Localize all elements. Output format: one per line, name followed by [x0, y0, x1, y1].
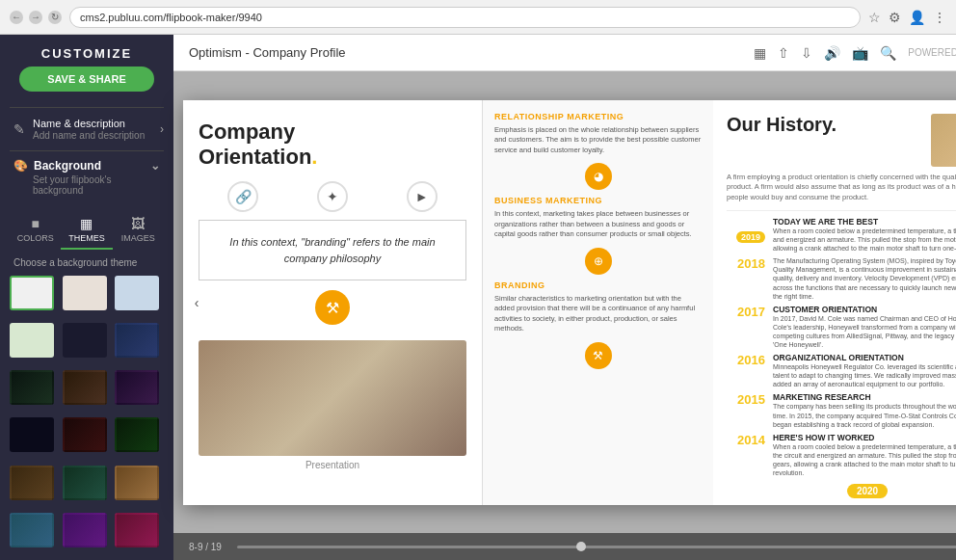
theme-item[interactable]: [63, 513, 107, 547]
middle-section-2: BUSINESS MARKETING In this context, mark…: [494, 196, 702, 275]
sidebar-header: CUSTOMIZE SAVE & SHARE: [0, 35, 173, 107]
left-page-quote: In this context, "branding" refers to th…: [199, 220, 466, 280]
flipbook: Company Orientation. 🔗 ✦ ► In this conte…: [183, 100, 956, 505]
account-icon[interactable]: 👤: [909, 10, 925, 25]
sidebar-name-text: Name & description Add name and descript…: [33, 118, 145, 141]
grid-icon[interactable]: ▦: [754, 45, 766, 61]
page-label: Presentation: [199, 460, 466, 470]
tab-themes[interactable]: ▦ THEMES: [61, 211, 112, 250]
page-slider[interactable]: [237, 546, 956, 548]
right-page-intro: A firm employing a product orientation i…: [727, 173, 956, 203]
prev-arrow[interactable]: ‹: [183, 289, 210, 316]
powered-by-text: POWERED BY: [908, 47, 956, 58]
circle-icon-3: ⚒: [585, 342, 612, 369]
icons-row: 🔗 ✦ ►: [199, 181, 466, 212]
footer-bar: 8-9 / 19 ⧉: [173, 533, 956, 560]
content-header: Optimism - Company Profile ▦ ⇧ ⇩ 🔊 📺 🔍 P…: [173, 35, 956, 71]
download-icon[interactable]: ⇩: [801, 45, 812, 61]
title-dot: .: [311, 145, 317, 169]
theme-item[interactable]: [63, 276, 107, 310]
chevron-right-icon: ›: [160, 122, 164, 136]
screen-icon[interactable]: 📺: [852, 45, 868, 61]
wrench-icon: ⚒: [315, 290, 350, 325]
timeline-2016: 2016 ORGANIZATIONAL ORIENTATION Minneapo…: [727, 353, 956, 388]
paint-icon: 🎨: [13, 159, 28, 173]
content-area: Optimism - Company Profile ▦ ⇧ ⇩ 🔊 📺 🔍 P…: [173, 35, 956, 560]
url-text: cms2.publuu.com/flipbook-maker/9940: [80, 12, 262, 23]
table-chair-image: [199, 340, 466, 456]
browser-chrome: ← → ↻ cms2.publuu.com/flipbook-maker/994…: [0, 0, 956, 35]
menu-icon[interactable]: ⋮: [933, 10, 946, 25]
year-2020-badge: 2020: [727, 481, 956, 498]
theme-item[interactable]: [115, 417, 159, 452]
right-page: Our History. A firm employing a product …: [713, 100, 956, 505]
icon-chain: 🔗: [227, 181, 258, 212]
sidebar: CUSTOMIZE SAVE & SHARE ✎ Name & descript…: [0, 35, 173, 560]
right-thumb-image: [931, 114, 956, 167]
theme-item[interactable]: [115, 276, 159, 310]
background-tabs: ■ COLORS ▦ THEMES 🖼 IMAGES: [10, 211, 164, 250]
middle-page: RELATIONSHIP MARKETING Emphasis is place…: [482, 100, 713, 505]
sound-icon[interactable]: 🔊: [824, 45, 840, 61]
left-page-title: Company Orientation.: [199, 120, 466, 171]
theme-item[interactable]: [63, 323, 107, 358]
left-page: Company Orientation. 🔗 ✦ ► In this conte…: [183, 100, 482, 505]
icon-play: ►: [407, 181, 438, 212]
powered-by: POWERED BY publuu: [908, 46, 956, 60]
year-badge: 2019: [736, 231, 765, 243]
colors-icon: ■: [12, 216, 59, 231]
main-layout: CUSTOMIZE SAVE & SHARE ✎ Name & descript…: [0, 35, 956, 560]
page-counter: 8-9 / 19: [189, 542, 222, 552]
theme-item[interactable]: [10, 466, 54, 500]
bookmark-icon[interactable]: ☆: [868, 10, 881, 25]
right-page-header: Our History.: [727, 114, 956, 167]
circle-icon-1: ◕: [585, 163, 612, 190]
timeline-2018: 2018 The Manufacturing Operating System …: [727, 256, 956, 300]
chevron-down-icon: ⌄: [150, 159, 160, 173]
page-image: [199, 340, 466, 456]
url-bar[interactable]: cms2.publuu.com/flipbook-maker/9940: [69, 7, 861, 28]
theme-item[interactable]: [10, 513, 54, 547]
theme-item[interactable]: [115, 513, 159, 547]
timeline: 2019 TODAY WE ARE THE BEST When a room c…: [727, 210, 956, 498]
browser-actions: ☆ ⚙ 👤 ⋮: [868, 10, 946, 25]
middle-section-3: BRANDING Similar characteristics to mark…: [494, 280, 702, 369]
theme-item[interactable]: [115, 466, 159, 500]
theme-item[interactable]: [10, 323, 54, 358]
slider-thumb: [576, 542, 586, 551]
theme-item[interactable]: [115, 370, 159, 405]
timeline-header: 2019 TODAY WE ARE THE BEST When a room c…: [727, 217, 956, 253]
theme-grid: [0, 272, 173, 560]
theme-item[interactable]: [10, 370, 54, 405]
zoom-icon[interactable]: 🔍: [880, 45, 896, 61]
sidebar-background-section[interactable]: 🎨 Background ⌄ Set your flipbook's backg…: [0, 151, 173, 203]
tab-images[interactable]: 🖼 IMAGES: [113, 211, 164, 250]
extension-icon[interactable]: ⚙: [889, 10, 901, 25]
tab-colors[interactable]: ■ COLORS: [10, 211, 61, 250]
refresh-button[interactable]: ↻: [48, 11, 62, 24]
images-icon: 🖼: [115, 216, 162, 231]
save-share-button[interactable]: SAVE & SHARE: [19, 67, 154, 92]
pencil-icon: ✎: [13, 121, 25, 137]
timeline-2015: 2015 MARKETING RESEARCH The company has …: [727, 392, 956, 428]
sidebar-title: CUSTOMIZE: [15, 46, 158, 61]
theme-label: Choose a background theme: [0, 253, 173, 272]
header-icons: ▦ ⇧ ⇩ 🔊 📺 🔍 POWERED BY publuu: [754, 45, 956, 61]
browser-controls: ← → ↻: [10, 11, 62, 24]
theme-item[interactable]: [63, 466, 107, 500]
back-button[interactable]: ←: [10, 11, 23, 24]
theme-item[interactable]: [63, 370, 107, 405]
forward-button[interactable]: →: [29, 11, 42, 24]
themes-icon: ▦: [63, 216, 110, 231]
theme-item[interactable]: [63, 417, 107, 452]
timeline-2014: 2014 HERE'S HOW IT WORKED When a room co…: [727, 433, 956, 477]
timeline-2017: 2017 CUSTOMER ORIENTATION In 2017, David…: [727, 305, 956, 349]
theme-item[interactable]: [10, 417, 54, 452]
theme-item[interactable]: [115, 323, 159, 358]
circle-icon-2: ⊕: [585, 248, 612, 275]
right-page-title: Our History.: [727, 114, 916, 136]
theme-item[interactable]: [10, 276, 54, 310]
content-title: Optimism - Company Profile: [189, 45, 346, 60]
share-icon[interactable]: ⇧: [778, 45, 789, 61]
sidebar-name-section[interactable]: ✎ Name & description Add name and descri…: [0, 108, 173, 150]
